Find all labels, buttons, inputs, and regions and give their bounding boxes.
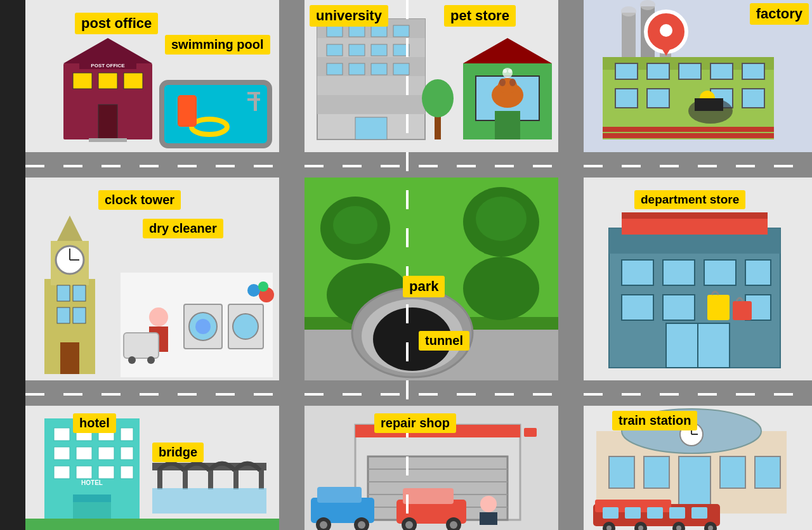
svg-point-104 bbox=[463, 257, 539, 320]
svg-point-168 bbox=[358, 521, 365, 529]
cell-clock-tower: clock tower dry cleaner bbox=[25, 178, 279, 380]
label-bridge: bridge bbox=[152, 443, 204, 462]
svg-text:HOTEL: HOTEL bbox=[81, 479, 103, 486]
label-swimming-pool: swimming pool bbox=[165, 35, 270, 55]
road-h2-c3 bbox=[304, 380, 558, 406]
road-v1-r1 bbox=[279, 0, 304, 152]
svg-rect-192 bbox=[647, 507, 663, 519]
svg-rect-27 bbox=[371, 44, 387, 56]
svg-rect-136 bbox=[98, 447, 114, 460]
svg-point-43 bbox=[502, 68, 513, 78]
svg-rect-152 bbox=[25, 519, 279, 530]
svg-rect-186 bbox=[720, 456, 745, 488]
intersection-3 bbox=[279, 380, 304, 406]
svg-point-94 bbox=[128, 356, 136, 364]
svg-rect-127 bbox=[733, 301, 752, 320]
svg-rect-65 bbox=[603, 133, 774, 138]
svg-rect-146 bbox=[157, 470, 162, 489]
svg-rect-191 bbox=[625, 507, 641, 519]
svg-rect-194 bbox=[691, 507, 707, 519]
svg-point-98 bbox=[258, 281, 268, 292]
svg-point-90 bbox=[233, 314, 258, 339]
svg-rect-161 bbox=[508, 428, 520, 437]
svg-rect-81 bbox=[73, 285, 86, 301]
svg-rect-141 bbox=[121, 466, 133, 479]
svg-rect-58 bbox=[710, 63, 733, 79]
svg-rect-183 bbox=[609, 456, 634, 488]
svg-marker-37 bbox=[463, 38, 552, 63]
svg-rect-60 bbox=[615, 89, 638, 108]
svg-point-97 bbox=[247, 284, 260, 297]
cell-hotel: HOTEL hotel bridge bbox=[25, 406, 279, 530]
svg-rect-23 bbox=[371, 25, 387, 37]
label-clock-tower: clock tower bbox=[98, 190, 181, 210]
svg-rect-176 bbox=[480, 512, 497, 525]
svg-rect-8 bbox=[89, 138, 127, 142]
svg-rect-147 bbox=[183, 470, 188, 489]
svg-rect-140 bbox=[98, 466, 114, 479]
label-tunnel: tunnel bbox=[419, 331, 469, 351]
svg-rect-80 bbox=[57, 285, 70, 301]
svg-point-42 bbox=[509, 79, 516, 86]
svg-rect-126 bbox=[707, 295, 730, 320]
svg-rect-59 bbox=[742, 63, 764, 79]
svg-point-166 bbox=[320, 521, 327, 529]
svg-point-35 bbox=[422, 79, 454, 117]
svg-point-45 bbox=[508, 69, 512, 73]
svg-rect-139 bbox=[76, 466, 92, 479]
svg-rect-122 bbox=[663, 295, 695, 320]
svg-rect-143 bbox=[73, 494, 111, 502]
svg-rect-19 bbox=[317, 76, 425, 95]
svg-rect-5 bbox=[98, 73, 117, 89]
cell-factory: factory bbox=[584, 0, 812, 152]
svg-rect-11 bbox=[247, 92, 260, 94]
road-v2-r5 bbox=[558, 406, 584, 530]
svg-rect-25 bbox=[327, 44, 343, 56]
label-park: park bbox=[403, 276, 445, 297]
svg-rect-190 bbox=[603, 507, 619, 519]
label-dept-store: department store bbox=[634, 190, 745, 209]
svg-rect-6 bbox=[124, 73, 143, 89]
svg-rect-21 bbox=[327, 25, 343, 37]
svg-rect-10 bbox=[254, 92, 257, 111]
svg-point-41 bbox=[499, 79, 506, 86]
svg-rect-151 bbox=[152, 488, 266, 514]
svg-rect-133 bbox=[121, 428, 133, 441]
svg-rect-33 bbox=[355, 117, 387, 139]
label-factory: factory bbox=[750, 3, 809, 25]
svg-rect-138 bbox=[54, 466, 70, 479]
svg-rect-63 bbox=[742, 89, 764, 108]
svg-rect-121 bbox=[622, 295, 653, 320]
svg-rect-149 bbox=[233, 470, 239, 489]
svg-rect-135 bbox=[76, 447, 92, 460]
svg-rect-26 bbox=[349, 44, 365, 56]
svg-rect-118 bbox=[663, 260, 695, 285]
cell-post-office: POST OFFICE post office swimming pool bbox=[25, 0, 279, 152]
svg-rect-164 bbox=[317, 487, 362, 503]
svg-rect-20 bbox=[317, 95, 425, 114]
road-h1-c1 bbox=[25, 152, 279, 178]
main-grid: POST OFFICE post office swimming pool bbox=[25, 0, 787, 530]
svg-rect-4 bbox=[73, 73, 92, 89]
svg-rect-57 bbox=[679, 63, 701, 79]
svg-rect-187 bbox=[755, 456, 780, 488]
svg-rect-162 bbox=[524, 428, 537, 437]
svg-rect-130 bbox=[54, 428, 70, 441]
road-v1-r3 bbox=[279, 178, 304, 380]
svg-rect-84 bbox=[60, 342, 79, 374]
svg-point-95 bbox=[147, 356, 155, 364]
svg-rect-7 bbox=[98, 105, 117, 139]
svg-point-52 bbox=[640, 0, 655, 10]
label-university: university bbox=[310, 5, 388, 27]
svg-rect-55 bbox=[615, 63, 638, 79]
svg-point-68 bbox=[660, 24, 672, 37]
svg-rect-29 bbox=[327, 63, 343, 75]
label-post-office: post office bbox=[75, 13, 158, 34]
road-h2-c1 bbox=[25, 380, 279, 406]
cell-repair: repair shop bbox=[304, 406, 558, 530]
svg-rect-150 bbox=[259, 470, 264, 489]
svg-point-106 bbox=[476, 197, 527, 241]
label-train-station: train station bbox=[612, 411, 697, 430]
intersection-1 bbox=[279, 152, 304, 178]
intersection-2 bbox=[558, 152, 584, 178]
